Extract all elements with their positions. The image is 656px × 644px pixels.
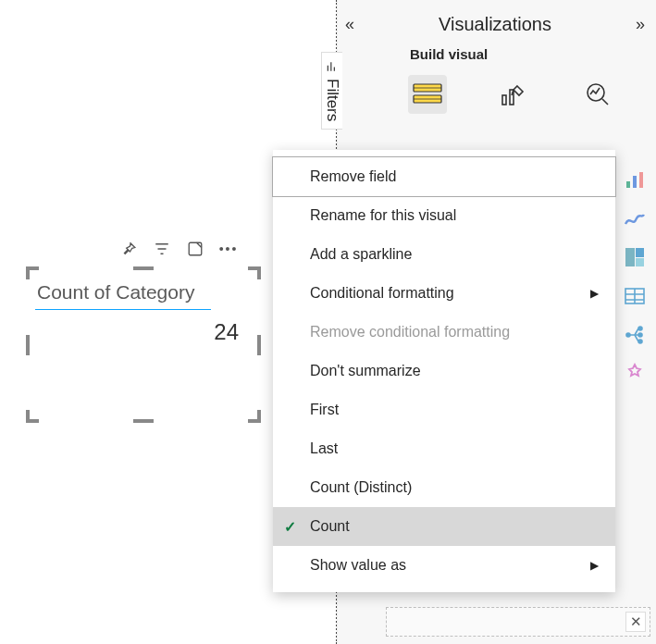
visualization-gallery (617, 167, 652, 387)
menu-first[interactable]: First (273, 390, 615, 429)
resize-handle[interactable] (257, 335, 261, 355)
svg-rect-5 (502, 95, 506, 105)
svg-point-17 (638, 333, 642, 337)
collapse-pane-icon[interactable]: « (345, 15, 354, 34)
resize-handle[interactable] (133, 266, 154, 270)
svg-point-16 (638, 327, 642, 330)
expand-pane-icon[interactable]: » (636, 15, 645, 34)
bar-chart-icon (326, 60, 339, 73)
menu-count-distinct[interactable]: Count (Distinct) (273, 468, 615, 507)
menu-count[interactable]: ✓Count (273, 507, 615, 546)
focus-icon[interactable] (187, 241, 204, 257)
field-context-menu: Remove field Rename for this visual Add … (273, 150, 615, 592)
treemap-icon[interactable] (622, 244, 648, 270)
check-icon: ✓ (284, 518, 296, 536)
card-value: 24 (28, 310, 259, 345)
menu-conditional-formatting[interactable]: Conditional formatting▶ (273, 274, 615, 313)
filters-collapsed-tab[interactable]: Filters (321, 52, 342, 130)
close-icon[interactable]: ✕ (625, 612, 646, 632)
filters-tab-label: Filters (323, 79, 341, 121)
pane-subtitle: Build visual (338, 41, 656, 62)
menu-show-value-as[interactable]: Show value as▶ (273, 546, 615, 585)
svg-rect-11 (625, 248, 635, 266)
svg-rect-0 (189, 242, 202, 255)
format-visual-icon (499, 80, 526, 108)
build-visual-tab[interactable] (408, 75, 447, 114)
chevron-right-icon: ▶ (590, 559, 599, 572)
visual-mode-tabs (338, 62, 656, 114)
resize-handle[interactable] (133, 419, 154, 423)
svg-rect-9 (633, 176, 637, 188)
table-icon[interactable] (622, 283, 648, 309)
pin-icon[interactable] (120, 241, 137, 257)
svg-rect-8 (626, 181, 630, 188)
pane-title: Visualizations (439, 14, 551, 35)
svg-rect-10 (639, 172, 643, 188)
analytics-icon (584, 80, 612, 108)
svg-rect-12 (636, 248, 644, 257)
resize-handle[interactable] (248, 266, 261, 279)
decomposition-icon[interactable] (622, 322, 648, 348)
menu-last[interactable]: Last (273, 429, 615, 468)
chevron-right-icon: ▶ (590, 287, 599, 300)
key-influencers-icon[interactable] (622, 361, 648, 387)
field-drop-area[interactable]: ✕ (386, 607, 650, 637)
build-visual-icon (412, 80, 443, 108)
menu-dont-summarize[interactable]: Don't summarize (273, 352, 615, 390)
more-icon[interactable]: ••• (220, 241, 237, 257)
stacked-bar-icon[interactable] (622, 167, 648, 192)
analytics-tab[interactable] (578, 75, 617, 114)
ribbon-icon[interactable] (622, 205, 648, 231)
resize-handle[interactable] (26, 410, 39, 423)
visual-toolbar: ••• (120, 241, 237, 257)
menu-remove-conditional-formatting: Remove conditional formatting (273, 313, 615, 352)
resize-handle[interactable] (26, 335, 30, 355)
format-visual-tab[interactable] (493, 75, 532, 114)
svg-rect-13 (636, 258, 644, 266)
resize-handle[interactable] (26, 266, 39, 279)
menu-add-sparkline[interactable]: Add a sparkline (273, 235, 615, 274)
filter-icon[interactable] (154, 241, 170, 257)
card-visual[interactable]: ••• Count of Category 24 (28, 268, 259, 421)
card-label: Count of Category (28, 268, 259, 309)
menu-rename-for-visual[interactable]: Rename for this visual (273, 196, 615, 235)
menu-remove-field[interactable]: Remove field (273, 157, 615, 196)
svg-point-15 (626, 333, 630, 337)
resize-handle[interactable] (248, 410, 261, 423)
svg-point-18 (638, 340, 642, 343)
